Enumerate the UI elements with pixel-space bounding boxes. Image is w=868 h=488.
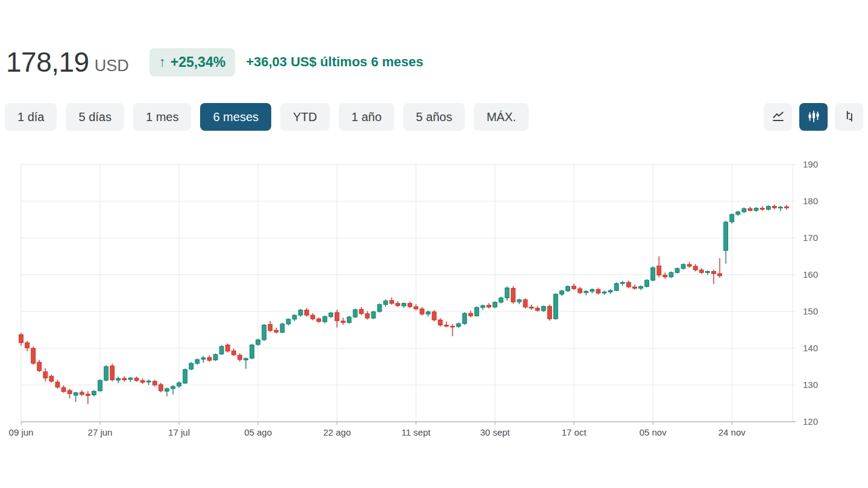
range-button-1-dia[interactable]: 1 día [5, 103, 57, 131]
ohlc-chart-icon [841, 108, 857, 126]
range-button-5-dias[interactable]: 5 días [66, 103, 124, 131]
price-header: 178,19 USD ↑ +25,34% +36,03 US$ últimos … [6, 46, 423, 78]
range-button-1-mes[interactable]: 1 mes [133, 103, 191, 131]
range-selector: 1 día 5 días 1 mes 6 meses YTD 1 año 5 a… [5, 103, 529, 131]
range-button-1-ano[interactable]: 1 año [339, 103, 394, 131]
up-arrow-icon: ↑ [159, 54, 166, 70]
svg-text:30 sept: 30 sept [480, 427, 511, 437]
range-button-ytd[interactable]: YTD [280, 103, 330, 131]
svg-text:180: 180 [803, 196, 818, 206]
svg-text:170: 170 [803, 233, 818, 243]
svg-text:27 jun: 27 jun [88, 427, 113, 437]
candlestick-chart-button[interactable] [799, 103, 828, 131]
svg-text:05 nov: 05 nov [640, 427, 667, 437]
currency-label: USD [95, 57, 129, 75]
change-percent-value: +25,34% [171, 54, 225, 70]
range-button-6-meses[interactable]: 6 meses [200, 103, 271, 131]
svg-text:140: 140 [803, 343, 818, 353]
svg-text:120: 120 [803, 416, 818, 427]
current-price: 178,19 [6, 46, 89, 78]
change-amount-text: +36,03 US$ últimos 6 meses [246, 54, 423, 70]
range-button-max[interactable]: MÁX. [474, 103, 529, 131]
svg-text:24 nov: 24 nov [719, 427, 746, 437]
svg-text:22 ago: 22 ago [323, 427, 351, 437]
svg-text:160: 160 [803, 269, 818, 280]
svg-text:17 jul: 17 jul [168, 427, 190, 437]
range-button-5-anos[interactable]: 5 años [403, 103, 465, 131]
svg-text:11 sept: 11 sept [401, 427, 431, 437]
svg-text:190: 190 [803, 159, 818, 169]
svg-text:09 jun: 09 jun [9, 427, 34, 437]
svg-text:150: 150 [803, 306, 818, 316]
svg-text:130: 130 [803, 380, 818, 390]
candlestick-canvas[interactable]: 19018017016015014013012009 jun27 jun17 j… [0, 151, 868, 455]
svg-text:17 oct: 17 oct [562, 427, 587, 437]
change-percent-badge: ↑ +25,34% [149, 48, 235, 77]
svg-text:05 ago: 05 ago [244, 427, 272, 437]
candlestick-chart-icon [806, 108, 822, 126]
ohlc-chart-button[interactable] [835, 103, 863, 131]
chart-type-selector [764, 103, 863, 131]
line-chart-icon [770, 108, 786, 126]
line-chart-button[interactable] [764, 103, 792, 131]
